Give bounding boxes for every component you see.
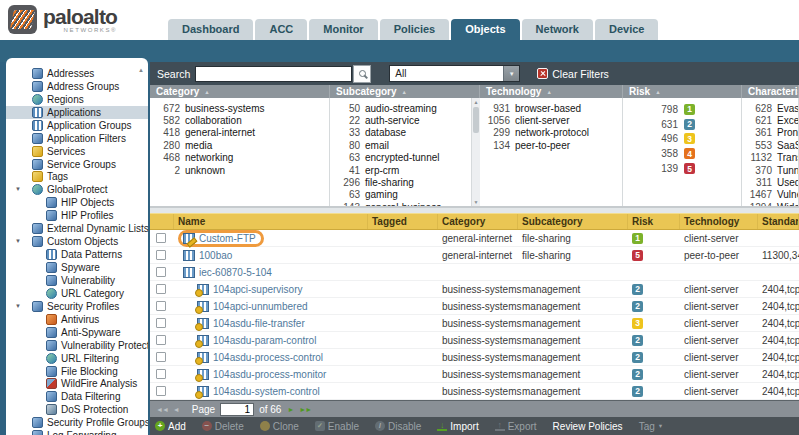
nav-tab[interactable]: Dashboard xyxy=(168,19,253,40)
row-checkbox[interactable] xyxy=(156,352,166,362)
page-number-input[interactable] xyxy=(220,403,254,416)
filter-option[interactable]: 1467 Vulnerability xyxy=(742,189,798,201)
next-page-icon[interactable]: ► xyxy=(287,406,293,413)
sidebar-item[interactable]: HIP Profiles xyxy=(6,209,148,222)
sidebar-item[interactable]: Anti-Spyware xyxy=(6,326,148,339)
sidebar-item[interactable]: Service Groups xyxy=(6,158,148,171)
action-button[interactable]: Tag ▼ xyxy=(639,421,664,432)
row-checkbox[interactable] xyxy=(156,250,166,260)
sidebar-item[interactable]: Applications xyxy=(6,106,148,119)
action-button[interactable]: Disable xyxy=(375,421,424,432)
filter-header-category[interactable]: Category▲ xyxy=(150,85,330,98)
sidebar-item[interactable]: External Dynamic Lists xyxy=(6,222,148,235)
filter-option[interactable]: 63 encrypted-tunnel xyxy=(330,152,479,164)
table-row[interactable]: 104asdu-system-control business-systems … xyxy=(150,383,799,400)
sidebar-item[interactable]: ▼ Custom Objects xyxy=(6,235,148,248)
sidebar-item[interactable]: Data Patterns xyxy=(6,248,148,261)
application-name-link[interactable]: 104asdu-system-control xyxy=(213,386,320,397)
sidebar-item[interactable]: Log Forwarding xyxy=(6,429,148,435)
row-checkbox[interactable] xyxy=(156,335,166,345)
nav-tab[interactable]: Network xyxy=(522,19,593,40)
filter-dropdown[interactable]: All ▼ xyxy=(389,65,520,82)
sidebar-item[interactable]: URL Category xyxy=(6,287,148,300)
sidebar-scroll-down-icon[interactable]: ▼ xyxy=(138,424,144,430)
row-checkbox[interactable] xyxy=(156,301,166,311)
filter-option[interactable]: 370 Tunnels Other Apps xyxy=(742,164,798,176)
sidebar-item[interactable]: DoS Protection xyxy=(6,403,148,416)
filter-option[interactable]: 33 database xyxy=(330,127,479,139)
table-row[interactable]: 104apci-unnumbered business-systems mana… xyxy=(150,298,799,315)
row-checkbox[interactable] xyxy=(156,284,166,294)
sidebar-item[interactable]: Spyware xyxy=(6,261,148,274)
prev-page-icon[interactable]: ◄ xyxy=(173,406,179,413)
sidebar-item[interactable]: Application Groups xyxy=(6,119,148,132)
row-checkbox[interactable] xyxy=(156,233,166,243)
sidebar-item[interactable]: Data Filtering xyxy=(6,390,148,403)
filter-option[interactable]: 468 networking xyxy=(150,152,329,164)
table-row[interactable]: 104asdu-process-control business-systems… xyxy=(150,349,799,366)
filter-option[interactable]: 280 media xyxy=(150,139,329,151)
sidebar-item[interactable]: Antivirus xyxy=(6,313,148,326)
application-name-link[interactable]: iec-60870-5-104 xyxy=(199,267,272,278)
scroll-up-icon[interactable]: ▲ xyxy=(472,99,480,105)
table-row[interactable]: Custom-FTP general-internet file-sharing… xyxy=(150,230,799,247)
scrollbar-thumb[interactable] xyxy=(473,107,479,133)
application-name-link[interactable]: Custom-FTP xyxy=(199,233,256,244)
row-checkbox[interactable] xyxy=(156,369,166,379)
action-button[interactable]: Enable xyxy=(315,421,362,432)
filter-option[interactable]: 361 Prone to Misuse xyxy=(742,127,798,139)
sidebar-item[interactable]: ▼ Security Profiles xyxy=(6,300,148,313)
application-name-link[interactable]: 100bao xyxy=(199,250,232,261)
scroll-down-icon[interactable]: ▼ xyxy=(472,199,480,205)
application-name-link[interactable]: 104asdu-process-control xyxy=(213,352,323,363)
action-button[interactable]: Export xyxy=(495,421,540,432)
last-page-icon[interactable]: ►► xyxy=(299,406,311,413)
chevron-down-icon[interactable]: ▼ xyxy=(503,66,519,81)
column-header-name[interactable]: Name xyxy=(174,214,368,229)
search-button[interactable] xyxy=(353,65,371,83)
application-name-link[interactable]: 104asdu-file-transfer xyxy=(213,318,305,329)
filter-option[interactable]: 1056 client-server xyxy=(480,114,622,126)
sidebar-item[interactable]: Address Groups xyxy=(6,80,148,93)
filter-option[interactable]: 358 4 xyxy=(623,146,741,161)
filter-option[interactable]: 628 Evasive xyxy=(742,102,798,114)
first-page-icon[interactable]: ◄◄ xyxy=(156,406,168,413)
filter-header-characteristic[interactable]: Characteristic▲ xyxy=(742,85,799,98)
clear-filters-button[interactable]: Clear Filters xyxy=(537,68,609,80)
sidebar-item[interactable]: ▼ GlobalProtect xyxy=(6,183,148,196)
sidebar-item[interactable]: Regions xyxy=(6,93,148,106)
table-row[interactable]: 100bao general-internet file-sharing 5 p… xyxy=(150,247,799,264)
filter-option[interactable]: 311 Used by Malware xyxy=(742,176,798,188)
sidebar-item[interactable]: File Blocking xyxy=(6,365,148,378)
row-checkbox[interactable] xyxy=(156,386,166,396)
filter-option[interactable]: 299 network-protocol xyxy=(480,127,622,139)
filter-option[interactable]: 296 file-sharing xyxy=(330,176,479,188)
action-button[interactable]: Clone xyxy=(260,421,302,432)
sidebar-item[interactable]: WildFire Analysis xyxy=(6,378,148,391)
filter-option[interactable]: 139 5 xyxy=(623,161,741,176)
action-button[interactable]: Add xyxy=(155,421,189,432)
filter-option[interactable]: 798 1 xyxy=(623,102,741,117)
filter-option[interactable]: 1132 Transfers Files xyxy=(742,152,798,164)
row-checkbox[interactable] xyxy=(156,318,166,328)
table-row[interactable]: 104asdu-param-control business-systems m… xyxy=(150,332,799,349)
filter-option[interactable]: 80 email xyxy=(330,139,479,151)
column-header-category[interactable]: Category xyxy=(438,214,518,229)
filter-option[interactable]: 631 2 xyxy=(623,117,741,132)
sidebar-item[interactable]: Security Profile Groups xyxy=(6,416,148,429)
sidebar-item[interactable]: Tags xyxy=(6,171,148,184)
column-header-technology[interactable]: Technology xyxy=(680,214,758,229)
table-row[interactable]: 104apci-supervisory business-systems man… xyxy=(150,281,799,298)
application-name-link[interactable]: 104apci-supervisory xyxy=(213,284,303,295)
nav-tab[interactable]: Device xyxy=(595,19,658,40)
nav-tab[interactable]: Monitor xyxy=(309,19,377,40)
row-checkbox[interactable] xyxy=(156,267,166,277)
filter-option[interactable]: 931 browser-based xyxy=(480,102,622,114)
expander-icon[interactable]: ▼ xyxy=(15,238,21,244)
filter-option[interactable]: 496 3 xyxy=(623,132,741,147)
filter-option[interactable]: 2 unknown xyxy=(150,164,329,176)
filter-option[interactable]: 553 SaaS xyxy=(742,139,798,151)
filter-option[interactable]: 63 gaming xyxy=(330,189,479,201)
table-row[interactable]: 104asdu-file-transfer business-systems m… xyxy=(150,315,799,332)
filter-option[interactable]: 143 general-business xyxy=(330,201,479,206)
